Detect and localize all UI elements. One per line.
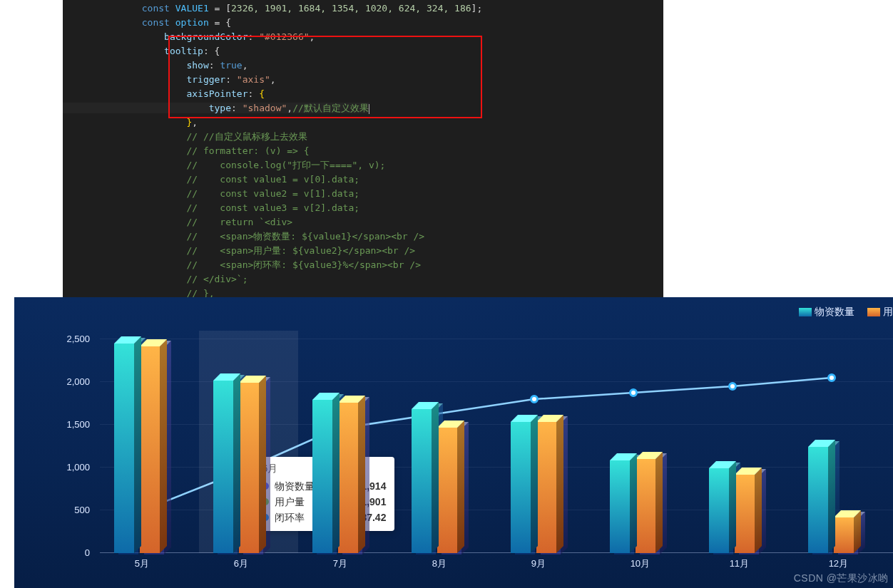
plot-area: 05001,0001,5002,0002,500 5月6月7月8月9月10月11… — [14, 331, 893, 588]
line-marker — [728, 382, 737, 391]
bar — [610, 460, 630, 553]
bar — [338, 403, 358, 553]
code-line: axisPointer: { — [63, 88, 265, 99]
y-tick-label: 1,500 — [54, 419, 90, 430]
x-tick-label: 12月 — [829, 557, 848, 570]
chart-legend: 物资数量 用 — [799, 306, 893, 319]
code-line: // <span>闭环率: ${value3}%</span><br /> — [63, 259, 421, 270]
code-line: // console.log("打印一下====", v); — [63, 160, 385, 170]
code-line: // const value1 = v[0].data; — [63, 174, 359, 185]
text-caret — [369, 104, 369, 114]
bar — [636, 459, 655, 553]
code-line: // formatter: (v) => { — [63, 145, 310, 156]
tooltip-label: 闭环率 — [275, 510, 305, 525]
x-tick-label: 8月 — [432, 557, 446, 570]
x-tick-label: 10月 — [631, 557, 650, 570]
bar — [412, 409, 432, 553]
line-marker — [827, 373, 836, 382]
code-line: // const value2 = v[1].data; — [63, 188, 359, 199]
code-line: trigger: "axis", — [63, 74, 276, 85]
bar — [312, 400, 332, 553]
y-tick-label: 0 — [54, 547, 90, 558]
code-line: backgroundColor: "#012366", — [63, 31, 315, 42]
y-tick-label: 2,000 — [54, 376, 90, 387]
code-line: tooltip: { — [63, 46, 220, 56]
echarts-chart[interactable]: 物资数量 用 05001,0001,5002,0002,500 5月6月7月8月… — [14, 297, 893, 588]
bar — [140, 346, 160, 553]
y-tick-label: 2,500 — [54, 334, 90, 344]
code-line: // <span>用户量: ${value2}</span><br /> — [63, 245, 415, 256]
tooltip-label: 物资数量 — [275, 478, 315, 494]
y-tick-label: 1,000 — [54, 462, 90, 473]
bar — [511, 422, 531, 553]
plot-canvas — [100, 331, 893, 553]
x-tick-label: 6月 — [234, 557, 248, 570]
bar — [239, 383, 259, 553]
bar — [213, 381, 233, 553]
tooltip-label: 用户量 — [275, 494, 305, 510]
bar — [536, 422, 556, 553]
bar — [834, 517, 854, 553]
bar — [808, 447, 828, 553]
csdn-watermark: CSDN @芒果沙冰哟 — [794, 572, 889, 585]
code-editor[interactable]: const VALUE1 = [2326, 1901, 1684, 1354, … — [63, 0, 663, 331]
code-line: // const value3 = v[2].data; — [63, 202, 359, 213]
code-line: // return `<div> — [63, 217, 292, 227]
cube-icon — [799, 308, 812, 316]
bar — [114, 344, 134, 553]
code-line: // <span>物资数量: ${value1}</span><br /> — [63, 231, 424, 242]
line-marker — [629, 388, 638, 397]
code-line: // </div>`; — [63, 274, 248, 284]
code-line: }, — [63, 117, 198, 128]
legend-label: 用 — [883, 306, 893, 319]
code-line: type: "shadow",//默认自定义效果 — [63, 103, 369, 113]
code-line: show: true, — [63, 60, 248, 71]
legend-item-users[interactable]: 用 — [867, 306, 893, 319]
code-line: const option = { — [63, 17, 231, 28]
bar — [735, 475, 755, 553]
cube-icon — [867, 308, 880, 316]
x-tick-label: 7月 — [333, 557, 347, 570]
legend-item-materials[interactable]: 物资数量 — [799, 306, 854, 319]
x-tick-label: 5月 — [135, 557, 149, 570]
line-marker — [530, 395, 539, 403]
code-line: // //自定义鼠标移上去效果 — [63, 131, 307, 142]
code-line: const VALUE1 = [2326, 1901, 1684, 1354, … — [63, 3, 482, 14]
legend-label: 物资数量 — [815, 306, 854, 319]
bar — [437, 428, 457, 553]
x-tick-label: 11月 — [730, 557, 749, 570]
y-tick-label: 500 — [54, 505, 90, 515]
x-tick-label: 9月 — [531, 557, 546, 570]
bar — [709, 468, 729, 553]
